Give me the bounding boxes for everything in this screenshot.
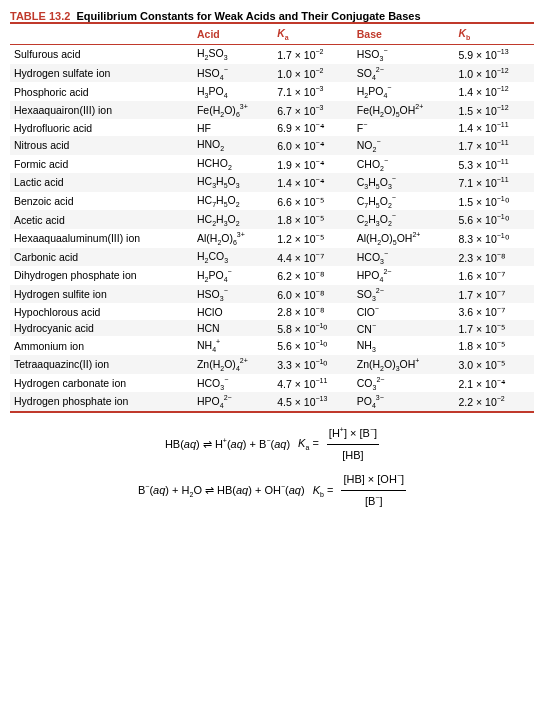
row-name: Lactic acid [10,173,193,192]
row-name: Benzoic acid [10,192,193,211]
table-row: Hydrofluoric acid HF 6.9 × 10−⁴ F− 1.4 ×… [10,119,534,136]
col-ka-header: Ka [273,23,352,45]
row-name: Dihydrogen phosphate ion [10,266,193,285]
row-kb: 1.5 × 10−12 [454,101,534,120]
row-acid: Al(H2O)63+ [193,229,273,248]
table-row: Benzoic acid HC7H5O2 6.6 × 10−⁵ C7H5O2− … [10,192,534,211]
row-base: Fe(H2O)5OH2+ [353,101,455,120]
table-row: Lactic acid HC3H5O3 1.4 × 10−⁴ C3H5O3− 7… [10,173,534,192]
row-ka: 6.0 × 10−⁴ [273,136,352,155]
row-acid: HClO [193,303,273,320]
row-kb: 1.5 × 10−1⁰ [454,192,534,211]
row-name: Hydrocyanic acid [10,320,193,337]
row-kb: 1.6 × 10−⁷ [454,266,534,285]
row-kb: 1.4 × 10−12 [454,82,534,101]
row-acid: HC7H5O2 [193,192,273,211]
row-ka: 1.4 × 10−⁴ [273,173,352,192]
row-name: Hydrogen phosphate ion [10,392,193,412]
row-acid: HSO3− [193,285,273,304]
row-ka: 1.0 × 10−2 [273,64,352,83]
row-ka: 1.7 × 10−2 [273,45,352,64]
table-row: Hydrogen sulfite ion HSO3− 6.0 × 10−⁸ SO… [10,285,534,304]
row-name: Phosphoric acid [10,82,193,101]
table-row: Hexaaquaaluminum(III) ion Al(H2O)63+ 1.2… [10,229,534,248]
row-ka: 4.4 × 10−⁷ [273,248,352,267]
eq2-kb-label: Kb = [313,480,334,501]
row-kb: 1.7 × 10−⁷ [454,285,534,304]
row-name: Sulfurous acid [10,45,193,64]
row-kb: 2.3 × 10−⁸ [454,248,534,267]
row-acid: HPO42− [193,392,273,412]
row-name: Hydrogen sulfate ion [10,64,193,83]
table-title: TABLE 13.2 Equilibrium Constants for Wea… [10,10,534,22]
row-acid: HC3H5O3 [193,173,273,192]
table-number: TABLE 13.2 [10,10,70,22]
row-kb: 1.7 × 10−11 [454,136,534,155]
row-kb: 2.1 × 10−⁴ [454,374,534,393]
row-ka: 6.7 × 10−3 [273,101,352,120]
table-row: Acetic acid HC2H3O2 1.8 × 10−⁵ C2H3O2− 5… [10,210,534,229]
row-kb: 5.9 × 10−13 [454,45,534,64]
row-base: C7H5O2− [353,192,455,211]
row-base: HPO42− [353,266,455,285]
row-base: HCO3− [353,248,455,267]
eq2-left: B−(aq) + H2O ⇌ HB(aq) + OH−(aq) [138,480,305,501]
col-kb-header: Kb [454,23,534,45]
row-acid: HF [193,119,273,136]
table-row: Sulfurous acid H2SO3 1.7 × 10−2 HSO3− 5.… [10,45,534,64]
row-ka: 4.7 × 10−11 [273,374,352,393]
row-ka: 6.6 × 10−⁵ [273,192,352,211]
row-base: PO43− [353,392,455,412]
row-ka: 1.9 × 10−⁴ [273,155,352,174]
table-row: Tetraaquazinc(II) ion Zn(H2O)42+ 3.3 × 1… [10,355,534,374]
row-base: Al(H2O)5OH2+ [353,229,455,248]
eq1-fraction: [H+] × [B−] [HB] [327,423,379,466]
row-name: Tetraaquazinc(II) ion [10,355,193,374]
row-base: SO42− [353,64,455,83]
row-name: Formic acid [10,155,193,174]
table-row: Hydrogen sulfate ion HSO4− 1.0 × 10−2 SO… [10,64,534,83]
row-name: Hypochlorous acid [10,303,193,320]
footer-equations: HB(aq) ⇌ H+(aq) + B−(aq) Ka = [H+] × [B−… [10,423,534,513]
table-row: Hydrocyanic acid HCN 5.8 × 10−1⁰ CN− 1.7… [10,320,534,337]
row-kb: 2.2 × 10−2 [454,392,534,412]
row-base: HSO3− [353,45,455,64]
row-kb: 3.0 × 10−⁵ [454,355,534,374]
table-header-row: Acid Ka Base Kb [10,23,534,45]
row-base: Zn(H2O)3OH+ [353,355,455,374]
row-base: NO2− [353,136,455,155]
table-row: Hexaaquairon(III) ion Fe(H2O)63+ 6.7 × 1… [10,101,534,120]
row-name: Hydrogen carbonate ion [10,374,193,393]
row-ka: 6.9 × 10−⁴ [273,119,352,136]
row-name: Nitrous acid [10,136,193,155]
row-kb: 5.6 × 10−1⁰ [454,210,534,229]
row-name: Hexaaquaaluminum(III) ion [10,229,193,248]
eq2-numerator: [HB] × [OH−] [341,469,406,491]
equation-1: HB(aq) ⇌ H+(aq) + B−(aq) Ka = [H+] × [B−… [10,423,534,466]
row-acid: Zn(H2O)42+ [193,355,273,374]
row-acid: HNO2 [193,136,273,155]
row-acid: HSO4− [193,64,273,83]
row-ka: 5.6 × 10−1⁰ [273,336,352,355]
row-name: Acetic acid [10,210,193,229]
row-kb: 3.6 × 10−⁷ [454,303,534,320]
table-row: Phosphoric acid H3PO4 7.1 × 10−3 H2PO4− … [10,82,534,101]
row-base: F− [353,119,455,136]
row-ka: 3.3 × 10−1⁰ [273,355,352,374]
table-row: Carbonic acid H2CO3 4.4 × 10−⁷ HCO3− 2.3… [10,248,534,267]
eq2-denominator: [B−] [363,491,385,512]
table-row: Hydrogen phosphate ion HPO42− 4.5 × 10−1… [10,392,534,412]
row-base: CHO2− [353,155,455,174]
row-base: C2H3O2− [353,210,455,229]
row-ka: 6.2 × 10−⁸ [273,266,352,285]
row-base: C3H5O3− [353,173,455,192]
row-base: CO32− [353,374,455,393]
row-kb: 7.1 × 10−11 [454,173,534,192]
eq2-fraction: [HB] × [OH−] [B−] [341,469,406,512]
row-name: Hexaaquairon(III) ion [10,101,193,120]
col-name-header [10,23,193,45]
row-kb: 1.7 × 10−⁵ [454,320,534,337]
table-row: Nitrous acid HNO2 6.0 × 10−⁴ NO2− 1.7 × … [10,136,534,155]
row-kb: 1.0 × 10−12 [454,64,534,83]
table-row: Hydrogen carbonate ion HCO3− 4.7 × 10−11… [10,374,534,393]
